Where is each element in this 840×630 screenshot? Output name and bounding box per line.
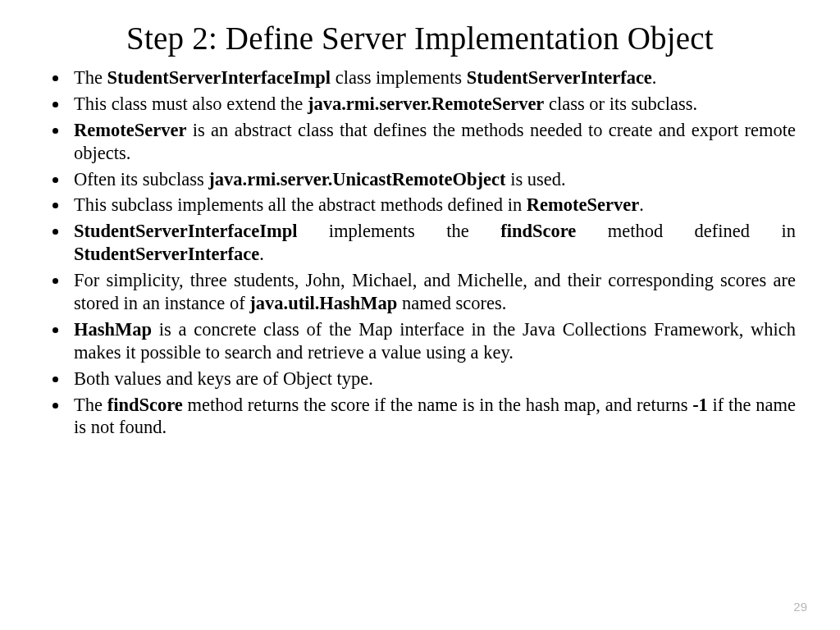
text-run: named scores.: [397, 293, 506, 313]
text-run: -1: [692, 395, 708, 415]
bullet-item: HashMap is a concrete class of the Map i…: [69, 318, 796, 364]
text-run: Often its subclass: [74, 169, 208, 189]
bullet-item: RemoteServer is an abstract class that d…: [69, 119, 796, 165]
bullet-item: The StudentServerInterfaceImpl class imp…: [69, 66, 796, 89]
text-run: StudentServerInterfaceImpl: [107, 67, 331, 88]
bullet-item: The findScore method returns the score i…: [69, 394, 796, 440]
text-run: StudentServerInterface: [74, 244, 259, 264]
bullet-item: This subclass implements all the abstrac…: [69, 194, 796, 217]
text-run: findScore: [500, 221, 576, 241]
slide: Step 2: Define Server Implementation Obj…: [0, 0, 840, 630]
text-run: method defined in: [576, 221, 796, 241]
page-number: 29: [793, 600, 807, 614]
text-run: This subclass implements all the abstrac…: [74, 194, 527, 215]
text-run: implements the: [297, 221, 500, 241]
text-run: java.rmi.server.UnicastRemoteObject: [208, 169, 505, 189]
bullet-item: StudentServerInterfaceImpl implements th…: [69, 220, 796, 266]
text-run: class or its subclass.: [544, 94, 697, 114]
text-run: StudentServerInterfaceImpl: [74, 221, 297, 241]
bullet-item: Often its subclass java.rmi.server.Unica…: [69, 168, 796, 191]
text-run: RemoteServer: [527, 194, 639, 215]
text-run: .: [259, 244, 264, 264]
bullet-item: This class must also extend the java.rmi…: [69, 93, 796, 116]
text-run: is a concrete class of the Map interface…: [74, 319, 796, 363]
text-run: The: [74, 395, 107, 415]
text-run: java.rmi.server.RemoteServer: [308, 94, 544, 114]
text-run: findScore: [107, 395, 183, 415]
text-run: method returns the score if the name is …: [183, 395, 692, 415]
text-run: java.util.HashMap: [249, 293, 397, 313]
text-run: RemoteServer: [74, 120, 186, 140]
text-run: StudentServerInterface: [467, 67, 652, 88]
text-run: class implements: [331, 67, 467, 88]
text-run: .: [639, 194, 644, 215]
bullet-item: For simplicity, three students, John, Mi…: [69, 269, 796, 315]
bullet-item: Both values and keys are of Object type.: [69, 368, 796, 390]
bullet-list: The StudentServerInterfaceImpl class imp…: [44, 66, 796, 439]
slide-title: Step 2: Define Server Implementation Obj…: [44, 20, 796, 57]
text-run: is used.: [506, 169, 566, 189]
text-run: .: [652, 67, 657, 88]
text-run: This class must also extend the: [74, 94, 308, 114]
text-run: Both values and keys are of Object type.: [74, 368, 373, 389]
text-run: The: [74, 67, 107, 88]
text-run: HashMap: [74, 319, 152, 340]
